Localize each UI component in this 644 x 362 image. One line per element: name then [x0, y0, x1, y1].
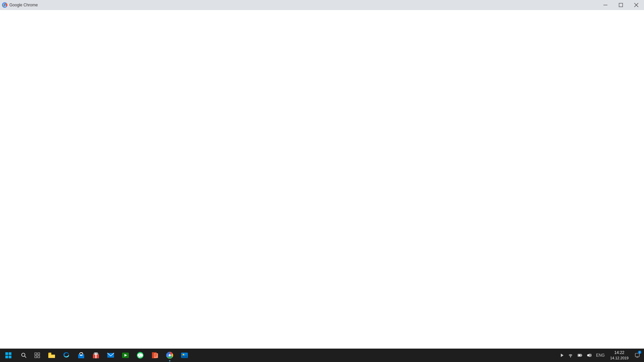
svg-rect-18 — [48, 355, 55, 358]
clock[interactable]: 14:22 14.12.2019 — [607, 349, 631, 362]
svg-rect-8 — [9, 352, 11, 355]
clock-date: 14.12.2019 — [610, 356, 629, 360]
content-area — [0, 10, 644, 349]
svg-rect-14 — [38, 353, 40, 355]
taskbar-icon-file-explorer[interactable] — [44, 349, 59, 362]
taskbar-icon-gift[interactable] — [89, 349, 103, 362]
svg-rect-10 — [9, 356, 11, 358]
taskbar-icon-whatsapp[interactable] — [133, 349, 148, 362]
taskbar-pinned-icons — [44, 349, 192, 362]
svg-rect-43 — [581, 355, 582, 356]
task-view-button[interactable] — [31, 349, 44, 362]
taskbar-icon-chrome[interactable] — [162, 349, 177, 362]
svg-rect-9 — [5, 356, 8, 358]
system-tray: ENG — [558, 349, 607, 362]
taskbar-icon-store[interactable] — [74, 349, 89, 362]
svg-rect-3 — [603, 5, 607, 5]
svg-point-37 — [169, 354, 171, 356]
svg-point-11 — [22, 353, 25, 357]
svg-rect-16 — [38, 356, 40, 358]
volume-tray-icon[interactable] — [585, 349, 594, 362]
taskbar-right: ENG 14:22 14.12.2019 2 — [558, 349, 644, 362]
tray-expand-button[interactable] — [558, 349, 566, 362]
svg-line-12 — [25, 356, 26, 358]
taskbar-icon-photos[interactable] — [177, 349, 192, 362]
svg-rect-34 — [154, 356, 156, 357]
svg-rect-4 — [619, 3, 623, 7]
battery-tray-icon[interactable] — [575, 349, 585, 362]
svg-rect-13 — [35, 353, 37, 355]
svg-point-2 — [4, 4, 6, 6]
svg-marker-45 — [587, 354, 590, 357]
search-button[interactable] — [17, 349, 30, 362]
svg-rect-7 — [5, 352, 8, 355]
svg-rect-15 — [35, 356, 37, 358]
taskbar-icon-edge[interactable] — [59, 349, 74, 362]
notification-badge: 2 — [638, 351, 641, 354]
svg-rect-20 — [80, 355, 83, 356]
taskbar-left — [0, 349, 192, 362]
maximize-button[interactable] — [613, 0, 629, 10]
svg-marker-41 — [561, 354, 564, 357]
notification-button[interactable]: 2 — [632, 349, 643, 362]
svg-point-39 — [183, 354, 184, 356]
start-button[interactable] — [0, 349, 17, 362]
close-button[interactable] — [629, 0, 644, 10]
taskbar-icon-mail[interactable] — [103, 349, 118, 362]
wifi-tray-icon[interactable] — [566, 349, 575, 362]
chrome-logo-icon — [2, 2, 7, 8]
minimize-button[interactable] — [598, 0, 613, 10]
language-tray-button[interactable]: ENG — [594, 349, 607, 362]
clock-time: 14:22 — [614, 350, 624, 356]
taskbar-icon-powerpoint[interactable] — [148, 349, 162, 362]
svg-rect-44 — [578, 355, 581, 356]
title-bar-left: Google Chrome — [0, 2, 38, 8]
title-bar: Google Chrome — [0, 0, 644, 10]
svg-rect-33 — [154, 355, 157, 356]
svg-rect-32 — [154, 354, 157, 355]
title-bar-title: Google Chrome — [9, 3, 38, 7]
title-bar-controls — [598, 0, 644, 10]
taskbar: ENG 14:22 14.12.2019 2 — [0, 349, 644, 362]
taskbar-icon-media[interactable] — [118, 349, 133, 362]
